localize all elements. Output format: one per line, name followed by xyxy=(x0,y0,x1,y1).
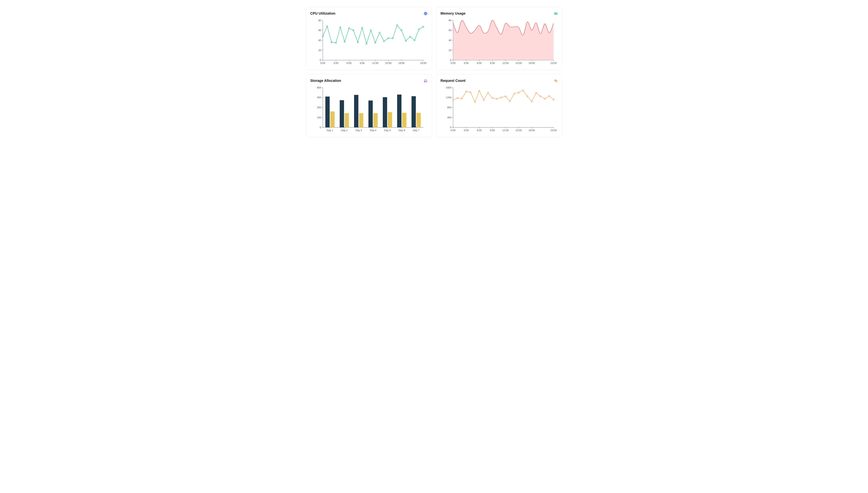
svg-text:Day 5: Day 5 xyxy=(384,129,391,132)
svg-text:9:00: 9:00 xyxy=(490,129,495,132)
svg-rect-145 xyxy=(412,96,416,127)
svg-text:60: 60 xyxy=(449,29,451,31)
svg-text:6:00: 6:00 xyxy=(477,129,482,132)
svg-point-43 xyxy=(327,26,328,27)
card-title-requests: Request Count xyxy=(440,79,465,83)
chart-requests: 0400800120016000:003:006:009:0012:0015:0… xyxy=(440,86,558,134)
svg-rect-135 xyxy=(340,100,344,127)
svg-point-48 xyxy=(348,28,350,29)
svg-point-180 xyxy=(474,102,475,103)
svg-rect-133 xyxy=(325,97,330,127)
card-title-cpu: CPU Utilization xyxy=(310,12,335,16)
svg-point-185 xyxy=(496,98,497,99)
svg-point-188 xyxy=(509,101,511,102)
svg-point-49 xyxy=(353,30,354,31)
chart-memory: 0204060800:003:006:009:0012:0015:0018:00… xyxy=(440,18,558,66)
svg-rect-140 xyxy=(373,113,378,127)
card-title-storage: Storage Allocation xyxy=(310,79,341,83)
svg-point-63 xyxy=(414,40,415,41)
svg-point-193 xyxy=(531,101,532,102)
svg-text:400: 400 xyxy=(447,116,451,119)
svg-rect-1 xyxy=(425,13,426,14)
svg-text:15:00: 15:00 xyxy=(516,129,522,132)
svg-text:23:00: 23:00 xyxy=(420,62,427,64)
svg-point-197 xyxy=(549,95,550,97)
svg-text:1600: 1600 xyxy=(446,86,451,89)
svg-text:0: 0 xyxy=(320,59,321,61)
svg-text:12:00: 12:00 xyxy=(372,62,378,64)
svg-point-57 xyxy=(388,38,389,39)
svg-point-186 xyxy=(501,97,502,98)
svg-text:600: 600 xyxy=(317,86,321,89)
svg-point-189 xyxy=(514,93,515,94)
dashboard-grid: CPU Utilization 0204060800:003:006:009:0… xyxy=(306,7,562,137)
svg-text:9:00: 9:00 xyxy=(360,62,365,64)
svg-text:20: 20 xyxy=(318,49,321,51)
svg-text:0: 0 xyxy=(450,126,451,129)
svg-rect-146 xyxy=(416,113,421,127)
svg-text:40: 40 xyxy=(449,39,451,42)
cpu-icon xyxy=(424,12,428,16)
svg-point-175 xyxy=(452,100,454,101)
svg-text:3:00: 3:00 xyxy=(333,62,338,64)
hard-drive-icon xyxy=(424,79,428,83)
svg-point-182 xyxy=(483,100,484,101)
svg-point-60 xyxy=(401,30,402,31)
svg-text:18:00: 18:00 xyxy=(398,62,405,64)
svg-text:0: 0 xyxy=(320,126,321,129)
svg-point-191 xyxy=(522,90,523,91)
svg-text:0:00: 0:00 xyxy=(451,62,456,64)
svg-text:Day 1: Day 1 xyxy=(327,129,333,132)
svg-point-178 xyxy=(465,91,467,92)
svg-point-59 xyxy=(396,25,398,26)
svg-point-177 xyxy=(461,98,462,99)
svg-point-46 xyxy=(340,27,341,28)
svg-text:450: 450 xyxy=(317,96,321,99)
svg-text:1200: 1200 xyxy=(446,96,451,99)
svg-text:Day 7: Day 7 xyxy=(413,129,419,132)
card-header-memory: Memory Usage xyxy=(440,12,558,16)
svg-point-194 xyxy=(536,92,537,94)
svg-point-62 xyxy=(410,36,411,37)
svg-text:Day 3: Day 3 xyxy=(355,129,362,132)
svg-text:40: 40 xyxy=(318,39,321,42)
svg-point-183 xyxy=(487,92,489,93)
svg-point-42 xyxy=(322,36,323,37)
svg-point-53 xyxy=(370,30,371,31)
svg-text:6:00: 6:00 xyxy=(347,62,351,64)
svg-text:80: 80 xyxy=(449,19,451,22)
svg-point-190 xyxy=(518,92,519,93)
svg-rect-139 xyxy=(369,101,373,127)
svg-text:18:00: 18:00 xyxy=(529,129,535,132)
svg-text:23:00: 23:00 xyxy=(550,129,557,132)
svg-text:60: 60 xyxy=(318,29,321,31)
svg-rect-134 xyxy=(330,111,334,127)
svg-rect-141 xyxy=(383,97,387,127)
svg-point-196 xyxy=(544,98,545,99)
activity-icon xyxy=(554,79,558,83)
svg-text:18:00: 18:00 xyxy=(529,62,535,64)
card-header-cpu: CPU Utilization xyxy=(310,12,428,16)
svg-rect-137 xyxy=(354,95,359,127)
svg-point-54 xyxy=(375,42,376,43)
svg-text:300: 300 xyxy=(317,106,321,109)
svg-point-176 xyxy=(457,98,458,99)
svg-text:Day 4: Day 4 xyxy=(370,129,376,132)
card-header-storage: Storage Allocation xyxy=(310,79,428,83)
svg-text:800: 800 xyxy=(447,106,451,109)
svg-point-56 xyxy=(384,41,385,42)
svg-point-47 xyxy=(344,41,345,42)
card-memory: Memory Usage 0204060800:003:006:009:0012… xyxy=(436,7,562,70)
svg-text:15:00: 15:00 xyxy=(385,62,391,64)
svg-rect-136 xyxy=(345,113,349,127)
svg-text:23:00: 23:00 xyxy=(550,62,557,64)
svg-text:3:00: 3:00 xyxy=(464,129,469,132)
svg-text:9:00: 9:00 xyxy=(490,62,495,64)
svg-text:3:00: 3:00 xyxy=(464,62,469,64)
svg-point-64 xyxy=(418,29,419,30)
svg-point-195 xyxy=(540,96,541,97)
chart-storage: 0150300450600Day 1Day 2Day 3Day 4Day 5Da… xyxy=(310,86,428,134)
svg-rect-138 xyxy=(359,113,364,127)
svg-text:0: 0 xyxy=(450,59,451,61)
svg-point-61 xyxy=(405,40,407,41)
